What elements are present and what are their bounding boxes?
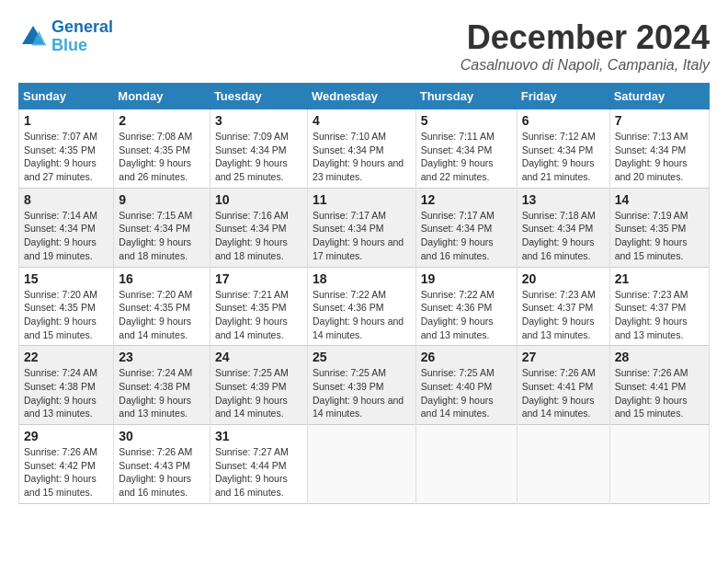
day-number: 18 — [313, 271, 411, 286]
day-info: Sunrise: 7:22 AM Sunset: 4:36 PM Dayligh… — [421, 288, 512, 342]
calendar-cell: 24 Sunrise: 7:25 AM Sunset: 4:39 PM Dayl… — [210, 346, 307, 425]
day-number: 15 — [24, 271, 108, 286]
day-info: Sunrise: 7:26 AM Sunset: 4:41 PM Dayligh… — [522, 366, 605, 420]
day-info: Sunrise: 7:26 AM Sunset: 4:43 PM Dayligh… — [119, 445, 205, 500]
calendar-cell: 10 Sunrise: 7:16 AM Sunset: 4:34 PM Dayl… — [210, 188, 307, 267]
calendar-cell: 1 Sunrise: 7:07 AM Sunset: 4:35 PM Dayli… — [19, 109, 114, 189]
calendar-cell: 18 Sunrise: 7:22 AM Sunset: 4:36 PM Dayl… — [307, 267, 415, 346]
logo-icon — [18, 22, 48, 52]
day-number: 26 — [421, 350, 512, 364]
col-sunday: Sunday — [19, 84, 114, 109]
calendar-cell: 9 Sunrise: 7:15 AM Sunset: 4:34 PM Dayli… — [114, 188, 210, 267]
day-info: Sunrise: 7:12 AM Sunset: 4:34 PM Dayligh… — [522, 130, 605, 184]
day-number: 11 — [313, 192, 411, 207]
day-number: 3 — [215, 113, 302, 128]
location: Casalnuovo di Napoli, Campania, Italy — [461, 57, 710, 74]
day-number: 13 — [522, 192, 605, 207]
day-number: 25 — [313, 350, 411, 364]
calendar-cell: 27 Sunrise: 7:26 AM Sunset: 4:41 PM Dayl… — [517, 346, 609, 425]
day-info: Sunrise: 7:22 AM Sunset: 4:36 PM Dayligh… — [313, 288, 411, 342]
day-number: 10 — [215, 192, 302, 207]
calendar-week-row: 22 Sunrise: 7:24 AM Sunset: 4:38 PM Dayl… — [19, 346, 710, 425]
calendar-week-row: 1 Sunrise: 7:07 AM Sunset: 4:35 PM Dayli… — [19, 109, 710, 189]
day-number: 22 — [24, 350, 108, 364]
day-number: 27 — [522, 350, 605, 364]
calendar-cell: 16 Sunrise: 7:20 AM Sunset: 4:35 PM Dayl… — [114, 267, 210, 346]
calendar-cell: 5 Sunrise: 7:11 AM Sunset: 4:34 PM Dayli… — [415, 109, 517, 189]
day-number: 16 — [119, 271, 205, 286]
day-info: Sunrise: 7:08 AM Sunset: 4:35 PM Dayligh… — [119, 130, 205, 184]
calendar-cell: 11 Sunrise: 7:17 AM Sunset: 4:34 PM Dayl… — [307, 188, 415, 267]
title-section: December 2024 Casalnuovo di Napoli, Camp… — [461, 18, 710, 74]
calendar-cell: 8 Sunrise: 7:14 AM Sunset: 4:34 PM Dayli… — [19, 188, 114, 267]
calendar-cell: 15 Sunrise: 7:20 AM Sunset: 4:35 PM Dayl… — [19, 267, 114, 346]
calendar-week-row: 15 Sunrise: 7:20 AM Sunset: 4:35 PM Dayl… — [19, 267, 710, 346]
day-info: Sunrise: 7:23 AM Sunset: 4:37 PM Dayligh… — [615, 288, 704, 342]
day-number: 21 — [615, 271, 704, 286]
calendar-week-row: 29 Sunrise: 7:26 AM Sunset: 4:42 PM Dayl… — [19, 425, 710, 504]
calendar-cell: 26 Sunrise: 7:25 AM Sunset: 4:40 PM Dayl… — [415, 346, 517, 425]
day-number: 1 — [24, 113, 108, 128]
day-number: 9 — [119, 192, 205, 207]
day-info: Sunrise: 7:23 AM Sunset: 4:37 PM Dayligh… — [522, 288, 605, 342]
day-number: 6 — [522, 113, 605, 128]
col-wednesday: Wednesday — [307, 84, 415, 109]
day-info: Sunrise: 7:20 AM Sunset: 4:35 PM Dayligh… — [119, 288, 205, 342]
day-info: Sunrise: 7:11 AM Sunset: 4:34 PM Dayligh… — [421, 130, 512, 184]
page-header: General Blue December 2024 Casalnuovo di… — [18, 18, 710, 74]
day-number: 23 — [119, 350, 205, 364]
day-number: 20 — [522, 271, 605, 286]
logo-text: General Blue — [51, 18, 113, 55]
day-info: Sunrise: 7:20 AM Sunset: 4:35 PM Dayligh… — [24, 288, 108, 342]
day-info: Sunrise: 7:21 AM Sunset: 4:35 PM Dayligh… — [215, 288, 302, 342]
calendar-cell: 22 Sunrise: 7:24 AM Sunset: 4:38 PM Dayl… — [19, 346, 114, 425]
day-info: Sunrise: 7:09 AM Sunset: 4:34 PM Dayligh… — [215, 130, 302, 184]
col-monday: Monday — [114, 84, 210, 109]
day-info: Sunrise: 7:24 AM Sunset: 4:38 PM Dayligh… — [119, 366, 205, 420]
calendar-cell: 2 Sunrise: 7:08 AM Sunset: 4:35 PM Dayli… — [114, 109, 210, 189]
calendar-cell — [415, 425, 517, 504]
calendar-cell: 3 Sunrise: 7:09 AM Sunset: 4:34 PM Dayli… — [210, 109, 307, 189]
day-number: 28 — [615, 350, 704, 364]
day-number: 5 — [421, 113, 512, 128]
calendar-cell: 4 Sunrise: 7:10 AM Sunset: 4:34 PM Dayli… — [307, 109, 415, 189]
day-number: 30 — [119, 429, 205, 443]
day-info: Sunrise: 7:15 AM Sunset: 4:34 PM Dayligh… — [119, 209, 205, 263]
day-info: Sunrise: 7:25 AM Sunset: 4:40 PM Dayligh… — [421, 366, 512, 420]
calendar-header-row: Sunday Monday Tuesday Wednesday Thursday… — [19, 84, 710, 109]
calendar-cell: 29 Sunrise: 7:26 AM Sunset: 4:42 PM Dayl… — [19, 425, 114, 504]
calendar-week-row: 8 Sunrise: 7:14 AM Sunset: 4:34 PM Dayli… — [19, 188, 710, 267]
day-info: Sunrise: 7:27 AM Sunset: 4:44 PM Dayligh… — [215, 445, 302, 500]
day-number: 4 — [313, 113, 411, 128]
calendar-cell: 6 Sunrise: 7:12 AM Sunset: 4:34 PM Dayli… — [517, 109, 609, 189]
day-number: 2 — [119, 113, 205, 128]
day-number: 12 — [421, 192, 512, 207]
day-number: 17 — [215, 271, 302, 286]
day-info: Sunrise: 7:26 AM Sunset: 4:41 PM Dayligh… — [615, 366, 704, 420]
day-info: Sunrise: 7:14 AM Sunset: 4:34 PM Dayligh… — [24, 209, 108, 263]
calendar-table: Sunday Monday Tuesday Wednesday Thursday… — [18, 83, 710, 504]
calendar-cell: 17 Sunrise: 7:21 AM Sunset: 4:35 PM Dayl… — [210, 267, 307, 346]
day-number: 14 — [615, 192, 704, 207]
col-friday: Friday — [517, 84, 609, 109]
calendar-cell: 28 Sunrise: 7:26 AM Sunset: 4:41 PM Dayl… — [609, 346, 709, 425]
day-info: Sunrise: 7:18 AM Sunset: 4:34 PM Dayligh… — [522, 209, 605, 263]
day-info: Sunrise: 7:10 AM Sunset: 4:34 PM Dayligh… — [313, 130, 411, 184]
logo: General Blue — [18, 18, 113, 55]
day-info: Sunrise: 7:25 AM Sunset: 4:39 PM Dayligh… — [215, 366, 302, 420]
calendar-cell — [609, 425, 709, 504]
day-info: Sunrise: 7:26 AM Sunset: 4:42 PM Dayligh… — [24, 445, 108, 500]
calendar-cell: 30 Sunrise: 7:26 AM Sunset: 4:43 PM Dayl… — [114, 425, 210, 504]
col-tuesday: Tuesday — [210, 84, 307, 109]
calendar-cell: 31 Sunrise: 7:27 AM Sunset: 4:44 PM Dayl… — [210, 425, 307, 504]
day-number: 31 — [215, 429, 302, 443]
calendar-cell: 23 Sunrise: 7:24 AM Sunset: 4:38 PM Dayl… — [114, 346, 210, 425]
day-info: Sunrise: 7:17 AM Sunset: 4:34 PM Dayligh… — [421, 209, 512, 263]
day-number: 7 — [615, 113, 704, 128]
calendar-cell: 21 Sunrise: 7:23 AM Sunset: 4:37 PM Dayl… — [609, 267, 709, 346]
day-number: 19 — [421, 271, 512, 286]
day-info: Sunrise: 7:25 AM Sunset: 4:39 PM Dayligh… — [313, 366, 411, 420]
day-number: 8 — [24, 192, 108, 207]
calendar-cell — [307, 425, 415, 504]
col-saturday: Saturday — [609, 84, 709, 109]
